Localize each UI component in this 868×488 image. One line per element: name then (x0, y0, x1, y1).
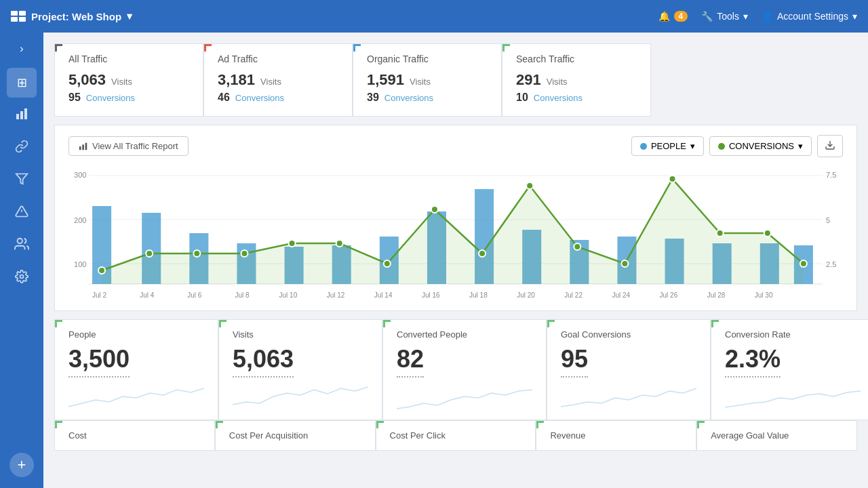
visits-stat-title: Visits (233, 329, 368, 340)
ad-traffic-visits-label: Visits (260, 77, 281, 87)
people-stat-title: People (68, 329, 204, 340)
traffic-card-all: All Traffic 5,063 Visits 95 Conversions (54, 43, 203, 117)
goal-mini-chart (561, 383, 696, 410)
people-dropdown[interactable]: PEOPLE ▾ (631, 136, 704, 156)
visits-stat-value: 5,063 (233, 345, 294, 378)
chart-area: 300 200 100 7.5 5 2.5 (68, 165, 843, 301)
svg-text:7.5: 7.5 (826, 171, 836, 179)
svg-point-44 (336, 240, 343, 247)
download-icon (825, 142, 835, 152)
organic-traffic-visits-row: 1,591 Visits (367, 71, 488, 89)
stat-card-conversion-rate: Conversion Rate 2.3% (711, 319, 868, 420)
bottom-card-cost-per-acquisition: Cost Per Acquisition (215, 420, 376, 451)
svg-rect-8 (79, 146, 81, 150)
organic-traffic-conv-label: Conversions (384, 93, 433, 103)
search-traffic-visits-row: 291 Visits (516, 71, 637, 89)
account-button[interactable]: 👤 Account Settings ▾ (762, 11, 857, 22)
svg-point-53 (764, 230, 771, 237)
project-dropdown-icon: ▾ (127, 10, 132, 22)
traffic-card-search: Search Traffic 291 Visits 10 Conversions (502, 43, 651, 117)
goal-conversions-stat-value: 95 (561, 345, 588, 378)
all-traffic-visits-label: Visits (111, 77, 132, 87)
traffic-card-organic: Organic Traffic 1,591 Visits 39 Conversi… (353, 43, 502, 117)
view-report-label: View All Traffic Report (92, 141, 178, 151)
organic-traffic-visits-label: Visits (410, 77, 431, 87)
svg-rect-10 (85, 142, 87, 150)
revenue-title: Revenue (550, 430, 682, 441)
project-selector[interactable]: Project: Web Shop ▾ (11, 10, 132, 22)
svg-point-52 (717, 230, 724, 237)
search-traffic-conv-label: Conversions (534, 93, 583, 103)
svg-text:Jul 16: Jul 16 (422, 291, 440, 299)
sidebar-item-analytics[interactable] (7, 100, 37, 130)
bell-icon: 🔔 (658, 11, 670, 22)
conv-rate-mini-chart (725, 383, 861, 410)
tools-button[interactable]: 🔧 Tools ▾ (701, 11, 748, 22)
sidebar-item-links[interactable] (7, 133, 37, 163)
svg-text:Jul 22: Jul 22 (564, 291, 583, 299)
account-label: Account Settings (777, 11, 848, 22)
main-content: All Traffic 5,063 Visits 95 Conversions … (43, 33, 868, 488)
svg-point-42 (241, 250, 248, 257)
svg-text:Jul 20: Jul 20 (517, 291, 535, 299)
conversions-dot (718, 143, 725, 150)
chart-toolbar: View All Traffic Report PEOPLE ▾ CONVERS… (68, 135, 843, 157)
svg-text:200: 200 (74, 216, 86, 224)
svg-point-7 (20, 274, 24, 278)
nav-right: 🔔 4 🔧 Tools ▾ 👤 Account Settings ▾ (658, 11, 857, 22)
search-traffic-title: Search Traffic (516, 54, 637, 64)
conversions-dropdown[interactable]: CONVERSIONS ▾ (709, 136, 812, 156)
download-button[interactable] (817, 135, 843, 157)
stat-card-people: People 3,500 (54, 319, 218, 420)
link-icon (15, 140, 28, 157)
converted-mini-chart (397, 383, 532, 410)
people-stat-value: 3,500 (68, 345, 130, 378)
svg-point-41 (193, 250, 200, 257)
sidebar-item-alerts[interactable] (7, 198, 37, 228)
stats-cards-row: People 3,500 Visits 5,063 Converted Peop… (54, 319, 857, 420)
bottom-card-cost-per-click: Cost Per Click (376, 420, 536, 451)
ad-traffic-conversions-row: 46 Conversions (218, 92, 338, 104)
main-chart-svg: 300 200 100 7.5 5 2.5 (68, 165, 843, 301)
svg-text:Jul 12: Jul 12 (327, 291, 345, 299)
people-dot (640, 143, 647, 150)
sidebar-item-dashboard[interactable]: ⊞ (7, 68, 37, 98)
sidebar-item-settings[interactable] (7, 263, 37, 293)
search-traffic-conversions-row: 10 Conversions (516, 92, 637, 104)
add-button[interactable]: + (9, 453, 34, 477)
logo-icon (11, 11, 26, 22)
bottom-card-revenue: Revenue (536, 420, 696, 451)
conversions-label: CONVERSIONS (729, 141, 794, 151)
svg-rect-0 (16, 114, 19, 119)
filter-icon (15, 172, 28, 189)
ad-traffic-conv-label: Conversions (235, 93, 284, 103)
sidebar-item-users[interactable] (7, 230, 37, 260)
svg-point-50 (621, 260, 628, 267)
notification-badge: 4 (674, 11, 688, 22)
bottom-card-cost: Cost (54, 420, 215, 451)
sidebar-toggle[interactable]: › (11, 38, 33, 60)
svg-text:5: 5 (826, 216, 830, 224)
notifications-button[interactable]: 🔔 4 (658, 11, 688, 22)
sidebar-item-filters[interactable] (7, 165, 37, 195)
ad-traffic-conv-num: 46 (218, 92, 230, 104)
svg-text:Jul 6: Jul 6 (187, 291, 202, 299)
bottom-cards-row: Cost Cost Per Acquisition Cost Per Click… (54, 420, 857, 451)
svg-marker-38 (102, 179, 804, 284)
svg-text:Jul 14: Jul 14 (374, 291, 393, 299)
svg-point-46 (431, 206, 438, 213)
view-report-button[interactable]: View All Traffic Report (68, 136, 189, 156)
svg-text:Jul 2: Jul 2 (92, 291, 107, 299)
organic-traffic-visits-num: 1,591 (367, 71, 404, 89)
people-mini-chart (68, 383, 204, 410)
svg-rect-2 (24, 108, 27, 119)
gear-icon (15, 270, 28, 287)
all-traffic-visits-row: 5,063 Visits (68, 71, 189, 89)
chart-container: View All Traffic Report PEOPLE ▾ CONVERS… (54, 125, 857, 311)
account-dropdown-icon: ▾ (852, 11, 857, 22)
svg-point-40 (146, 250, 153, 257)
organic-traffic-conv-num: 39 (367, 92, 379, 104)
svg-point-43 (289, 240, 296, 247)
svg-point-39 (98, 267, 105, 274)
svg-point-45 (384, 260, 391, 267)
